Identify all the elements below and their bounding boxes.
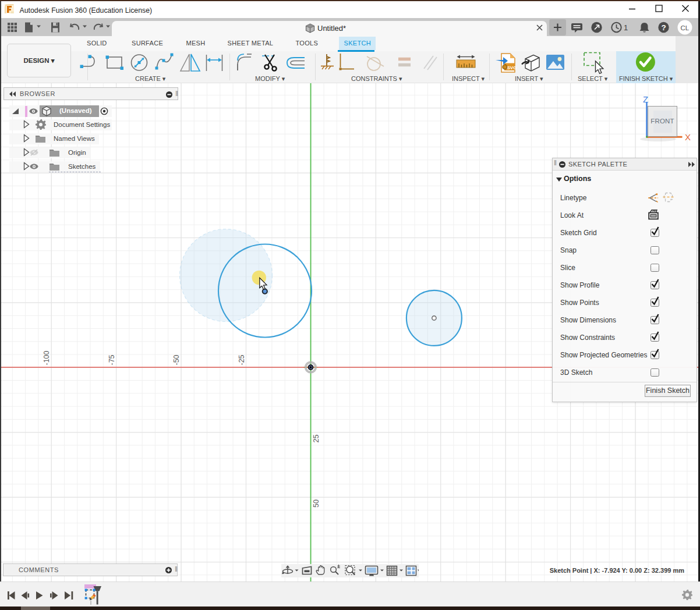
svg-text:-75: -75 [108, 354, 116, 365]
svg-text:X: X [685, 132, 691, 142]
svg-text:50: 50 [312, 499, 320, 508]
svg-text:1: 1 [624, 23, 628, 32]
svg-text:?: ? [662, 23, 666, 32]
svg-text:-25: -25 [238, 354, 246, 365]
svg-text:25: 25 [312, 435, 320, 443]
svg-text:-100: -100 [43, 350, 51, 365]
svg-text:-50: -50 [172, 354, 181, 365]
svg-text:CL: CL [681, 24, 690, 31]
svg-text:Z: Z [643, 94, 648, 104]
svg-text:SVG: SVG [507, 65, 517, 70]
